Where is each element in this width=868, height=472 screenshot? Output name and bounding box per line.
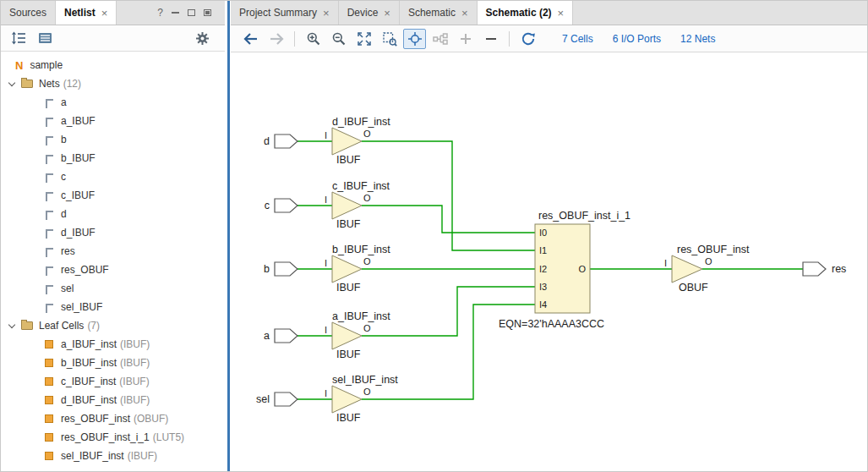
netlist-panel: Sources Netlist × ? xyxy=(1,1,225,471)
instance-name: res_OBUF_inst_i_1 xyxy=(538,210,631,222)
tree-item-cell[interactable]: sel_IBUF_inst(IBUF) xyxy=(1,447,225,465)
port-label: res xyxy=(832,263,846,275)
tree-item-net[interactable]: b xyxy=(1,130,225,149)
cell-res-obuf[interactable] xyxy=(672,255,702,283)
schematic-panel: Project Summary × Device × Schematic × S… xyxy=(231,1,867,471)
input-port-c[interactable] xyxy=(275,199,298,212)
tree-item-cell[interactable]: c_IBUF_inst(IBUF) xyxy=(1,372,225,391)
tree-item-net[interactable]: c xyxy=(1,167,225,186)
tree-item-cell[interactable]: d_IBUF_inst(IBUF) xyxy=(1,391,225,409)
cell-b-ibuf[interactable] xyxy=(332,255,362,283)
tree-item-net[interactable]: b_IBUF xyxy=(1,149,225,167)
group-count: (7) xyxy=(87,320,100,332)
cell-name: res_OBUF_inst_i_1 xyxy=(61,431,150,443)
tree-item-net[interactable]: a xyxy=(1,93,225,112)
net-wire-c-ibuf[interactable] xyxy=(362,206,535,233)
expand-cone-icon xyxy=(433,33,448,45)
input-port-sel[interactable] xyxy=(275,392,298,406)
help-icon[interactable]: ? xyxy=(157,7,163,19)
output-port-res[interactable] xyxy=(803,262,826,276)
input-port-d[interactable] xyxy=(275,134,298,148)
net-icon xyxy=(46,229,53,239)
tab-sources[interactable]: Sources xyxy=(1,1,56,25)
cell-a-ibuf[interactable] xyxy=(332,322,362,349)
autofit-selection-icon xyxy=(407,31,423,47)
netlist-tree: N sample Nets (12) a a_IBUF b b_IBUF c c… xyxy=(1,52,225,471)
tree-root-sample[interactable]: N sample xyxy=(1,56,225,74)
tree-item-net[interactable]: res xyxy=(1,242,225,261)
zoom-out-button[interactable] xyxy=(327,29,350,49)
expand-cone-button[interactable] xyxy=(429,29,451,49)
net-wire-d-ibuf[interactable] xyxy=(362,141,535,250)
regenerate-icon xyxy=(521,31,536,47)
tab-netlist[interactable]: Netlist × xyxy=(56,1,117,25)
autofit-selection-button[interactable] xyxy=(403,29,426,49)
zoom-in-button[interactable] xyxy=(302,29,325,49)
net-icon xyxy=(46,99,53,108)
zoom-fit-button[interactable] xyxy=(352,29,375,49)
tree-item-net[interactable]: res_OBUF xyxy=(1,261,225,279)
tree-item-net[interactable]: d xyxy=(1,205,225,223)
cells-link[interactable]: 7 Cells xyxy=(562,33,593,45)
nets-link[interactable]: 12 Nets xyxy=(680,33,715,45)
port-label: b xyxy=(264,263,270,275)
regenerate-button[interactable] xyxy=(516,29,539,49)
add-button[interactable] xyxy=(454,29,477,49)
cell-type: (IBUF) xyxy=(120,338,150,350)
remove-button[interactable] xyxy=(479,29,502,49)
tree-item-net[interactable]: sel_IBUF xyxy=(1,298,225,316)
expand-collapse-button[interactable] xyxy=(11,31,26,45)
settings-button[interactable] xyxy=(195,31,215,46)
schematic-toolbar: 7 Cells 6 I/O Ports 12 Nets xyxy=(231,25,867,52)
cell-name: c_IBUF_inst xyxy=(61,376,116,387)
tree-item-net[interactable]: a_IBUF xyxy=(1,112,225,130)
close-icon[interactable]: × xyxy=(323,7,330,19)
cell-type: (IBUF) xyxy=(120,394,150,406)
tree-item-cell[interactable]: a_IBUF_inst(IBUF) xyxy=(1,335,225,354)
cell-type-label: IBUF xyxy=(336,349,361,360)
tab-schematic-2[interactable]: Schematic (2) × xyxy=(478,1,574,25)
cell-sel-ibuf[interactable] xyxy=(332,386,362,413)
lut-equation: EQN=32'hAAAA3CCC xyxy=(499,318,604,330)
input-port-b[interactable] xyxy=(275,262,298,276)
back-button[interactable] xyxy=(239,29,262,49)
forward-button[interactable] xyxy=(265,29,287,49)
close-icon[interactable]: × xyxy=(461,7,468,19)
schematic-canvas[interactable]: d c b a sel d_IBUF_inst I O IBUF c_IBUF_… xyxy=(231,52,867,471)
tree-item-cell[interactable]: b_IBUF_inst(IBUF) xyxy=(1,354,225,372)
netlist-view-button[interactable] xyxy=(38,31,52,45)
tree-item-cell[interactable]: res_OBUF_inst_i_1(LUT5) xyxy=(1,428,225,447)
tree-item-net[interactable]: c_IBUF xyxy=(1,186,225,205)
cell-icon xyxy=(45,359,53,367)
zoom-selection-button[interactable] xyxy=(378,29,401,49)
cell-c-ibuf[interactable] xyxy=(332,192,362,219)
back-icon xyxy=(243,32,259,46)
close-icon[interactable]: × xyxy=(101,7,108,19)
maximize-icon[interactable] xyxy=(204,9,211,16)
io-ports-link[interactable]: 6 I/O Ports xyxy=(613,33,661,45)
tree-item-net[interactable]: sel xyxy=(1,279,225,298)
input-port-a[interactable] xyxy=(275,329,298,343)
folder-icon xyxy=(21,80,33,88)
cell-d-ibuf[interactable] xyxy=(332,128,362,155)
focus-border xyxy=(227,1,230,471)
chevron-down-icon[interactable] xyxy=(8,321,15,327)
pin-label: I xyxy=(325,195,327,205)
tree-item-cell[interactable]: res_OBUF_inst(OBUF) xyxy=(1,409,225,428)
pin-label: O xyxy=(363,193,371,203)
net-icon xyxy=(46,248,53,257)
tree-item-net[interactable]: d_IBUF xyxy=(1,223,225,242)
minimize-icon[interactable] xyxy=(172,12,179,14)
close-icon[interactable]: × xyxy=(384,7,390,19)
tab-schematic[interactable]: Schematic × xyxy=(400,1,478,25)
tab-project-summary[interactable]: Project Summary × xyxy=(231,1,339,25)
float-icon[interactable] xyxy=(188,9,195,16)
tree-group-nets[interactable]: Nets (12) xyxy=(1,74,225,93)
pin-label: O xyxy=(705,256,712,266)
net-icon xyxy=(46,155,53,164)
panel-splitter[interactable] xyxy=(225,1,231,471)
tree-group-leaf-cells[interactable]: Leaf Cells (7) xyxy=(1,316,225,335)
chevron-down-icon[interactable] xyxy=(8,79,15,85)
close-icon[interactable]: × xyxy=(558,7,565,19)
tab-device[interactable]: Device × xyxy=(339,1,400,25)
